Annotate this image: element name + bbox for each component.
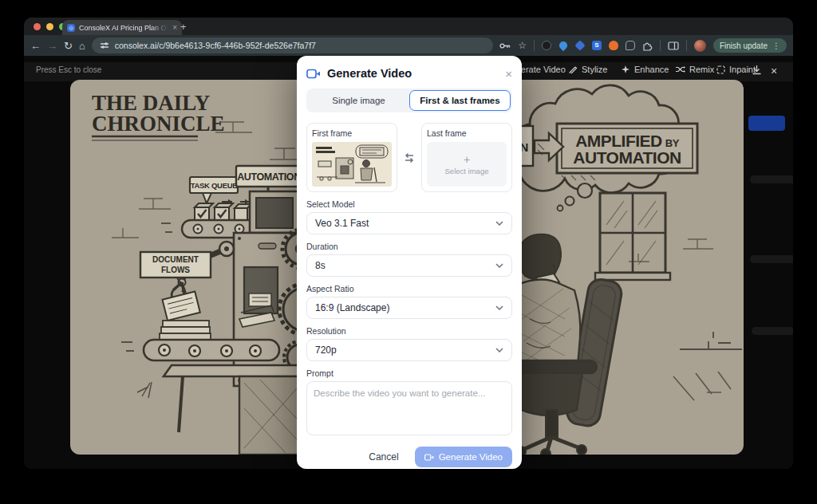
resolution-label: Resolution <box>306 326 512 336</box>
chevron-down-icon <box>495 305 503 310</box>
tab-bar: ◎ ConsoleX AI Pricing Plan Ov × + <box>24 18 793 35</box>
generate-video-modal: Generate Video × Single image First & la… <box>297 56 522 469</box>
generate-video-label: Generate Video <box>439 452 503 462</box>
browser-tab[interactable]: ◎ ConsoleX AI Pricing Plan Ov × <box>62 20 182 35</box>
divider <box>686 40 687 51</box>
background-smudge <box>750 255 793 263</box>
video-camera-icon <box>306 69 321 79</box>
page-content: Press Esc to close THE DAILY CHRONICLE <box>24 56 793 469</box>
extensions-puzzle-icon[interactable] <box>642 41 653 51</box>
divider <box>660 40 661 51</box>
model-field: Select Model Veo 3.1 Fast <box>306 199 512 234</box>
select-image-hint: Select image <box>445 167 489 175</box>
tab-close-icon[interactable]: × <box>172 23 177 32</box>
swap-arrows-icon <box>403 152 416 164</box>
finish-update-label: Finish update <box>720 41 768 50</box>
duration-value: 8s <box>315 260 326 271</box>
prompt-input[interactable] <box>306 381 512 435</box>
aspect-ratio-label: Aspect Ratio <box>306 284 512 293</box>
resolution-field: Resolution 720p <box>306 326 512 361</box>
inpaint-square-icon <box>716 65 725 74</box>
select-image-dropzone[interactable]: + Select image <box>427 142 507 187</box>
modal-footer: Cancel Generate Video <box>306 447 512 467</box>
first-frame-panel[interactable]: First frame <box>306 123 397 192</box>
browser-menu-icon[interactable]: ⋮ <box>772 41 780 50</box>
mode-tabs: Single image First & last frames <box>306 89 512 112</box>
chevron-down-icon <box>495 348 503 352</box>
resolution-value: 720p <box>315 345 337 356</box>
resolution-select[interactable]: 720p <box>306 339 512 361</box>
chevron-down-icon <box>495 221 503 226</box>
model-label: Select Model <box>306 199 512 209</box>
stylize-pen-icon <box>568 65 578 74</box>
first-frame-label: First frame <box>312 128 392 138</box>
finish-update-button[interactable]: Finish update ⋮ <box>713 38 787 53</box>
first-frame-thumbnail[interactable] <box>312 142 392 187</box>
tool-stylize[interactable]: Stylize <box>568 65 607 74</box>
lightbox-close-icon[interactable]: × <box>771 65 777 77</box>
duration-select[interactable]: 8s <box>306 254 512 277</box>
remix-shuffle-icon <box>675 65 685 73</box>
model-value: Veo 3.1 Fast <box>315 218 369 229</box>
thumbnail-mini-art <box>312 142 392 187</box>
tab-favicon: ◎ <box>67 24 75 32</box>
url-text[interactable]: consolex.ai/c/9b6e4613-9cf6-446b-952f-de… <box>115 41 316 50</box>
close-window-button[interactable] <box>34 23 41 30</box>
browser-toolbar: ← → ↻ ⌂ consolex.ai/c/9b6e4613-9cf6-446b… <box>24 35 793 56</box>
swap-frames-button[interactable] <box>397 123 421 192</box>
profile-avatar[interactable] <box>694 40 706 52</box>
back-icon[interactable]: ← <box>30 41 41 51</box>
modal-close-icon[interactable]: × <box>505 68 512 80</box>
site-settings-icon[interactable] <box>100 41 109 49</box>
generate-video-button[interactable]: Generate Video <box>415 447 512 467</box>
prompt-field: Prompt <box>306 368 512 439</box>
extension-chat-icon[interactable] <box>626 41 635 50</box>
aspect-ratio-value: 16:9 (Landscape) <box>315 302 389 313</box>
minimize-window-button[interactable] <box>46 23 53 30</box>
home-icon[interactable]: ⌂ <box>79 41 85 51</box>
address-bar[interactable]: consolex.ai/c/9b6e4613-9cf6-446b-952f-de… <box>92 37 493 53</box>
amplified-word: AMPLIFIED <box>575 132 662 150</box>
traffic-lights[interactable] <box>34 23 66 30</box>
amplified-by: BY <box>665 137 680 149</box>
cancel-button[interactable]: Cancel <box>364 451 403 463</box>
password-key-icon[interactable] <box>499 42 511 49</box>
amplified-line2: AUTOMATION <box>573 148 681 167</box>
aspect-ratio-select[interactable]: 16:9 (Landscape) <box>306 297 512 319</box>
extension-s-icon[interactable]: S <box>592 41 602 50</box>
reload-icon[interactable]: ↻ <box>64 41 73 51</box>
model-select[interactable]: Veo 3.1 Fast <box>306 212 512 234</box>
aspect-ratio-field: Aspect Ratio 16:9 (Landscape) <box>306 284 512 319</box>
frames-row: First frame <box>306 123 512 192</box>
divider <box>534 40 535 51</box>
background-smudge <box>752 327 793 335</box>
last-frame-panel[interactable]: Last frame + Select image <box>421 123 512 192</box>
toolbar-right-cluster: ☆ S Finish update ⋮ <box>499 38 787 53</box>
last-frame-label: Last frame <box>427 128 507 138</box>
extension-fox-icon[interactable] <box>609 41 618 50</box>
side-panel-icon[interactable] <box>668 41 679 50</box>
tool-remix[interactable]: Remix <box>675 65 714 74</box>
chevron-down-icon <box>495 263 503 268</box>
prompt-label: Prompt <box>306 368 512 378</box>
tool-enhance[interactable]: Enhance <box>621 65 669 74</box>
bookmark-star-icon[interactable]: ☆ <box>518 41 527 50</box>
extension-globe-icon[interactable] <box>542 41 551 50</box>
background-smudge <box>750 175 793 183</box>
task-queue-label: TASK QUEUE <box>191 181 238 190</box>
duration-field: Duration 8s <box>306 242 512 277</box>
extension-tag-icon[interactable] <box>574 40 586 51</box>
new-tab-button[interactable]: + <box>180 22 187 33</box>
extension-drop-icon[interactable] <box>558 40 569 51</box>
enhance-sparkle-icon <box>621 65 630 74</box>
tab-first-last-frames[interactable]: First & last frames <box>409 90 511 111</box>
tool-inpaint[interactable]: Inpaint <box>716 65 756 74</box>
tab-single-image[interactable]: Single image <box>308 90 409 111</box>
download-icon[interactable] <box>752 65 762 75</box>
background-blue-button <box>748 116 785 131</box>
forward-icon[interactable]: → <box>47 41 57 51</box>
plus-icon: + <box>464 154 470 165</box>
document-flows-line2: FLOWS <box>161 266 190 274</box>
modal-header: Generate Video × <box>306 67 512 80</box>
modal-title: Generate Video <box>327 67 499 80</box>
